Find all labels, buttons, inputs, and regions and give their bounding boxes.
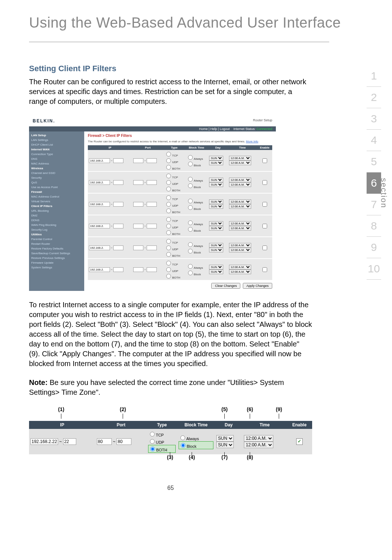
port-from-input[interactable] [133,224,143,228]
time-end-select[interactable]: 12:00 A.M. [229,182,251,187]
day-start-select[interactable]: SUN [209,265,223,269]
type-udp-radio[interactable]: UDP [164,223,184,229]
day-start-select[interactable]: SUN [209,156,223,161]
block-block-radio[interactable]: Block [186,161,207,167]
block-block-radio[interactable]: Block [186,248,207,254]
ip-from-input[interactable] [30,438,58,445]
ip-to-input[interactable] [113,224,123,228]
time-start-select[interactable]: 12:00 A.M. [229,156,251,161]
enable-checkbox[interactable] [262,202,267,207]
block-block-radio[interactable]: Block [179,441,213,449]
type-udp-radio[interactable]: UDP [164,266,184,273]
ip-to-input[interactable] [113,158,123,163]
ip-to-input[interactable] [63,438,76,445]
block-always-radio[interactable]: Always [179,434,213,441]
type-udp-radio[interactable]: UDP [164,179,184,186]
day-start-select[interactable]: SUN [209,178,223,182]
port-to-input[interactable] [147,202,157,207]
nav-item[interactable]: DMZ [31,213,82,218]
section-num-9[interactable]: 9 [367,237,381,258]
type-udp-radio[interactable]: UDP [164,157,184,164]
day-end-select[interactable]: SUN [216,442,234,448]
port-from-input[interactable] [133,267,143,272]
time-start-select[interactable]: 12:00 A.M. [229,221,251,226]
time-end-select[interactable]: 12:00 A.M. [229,269,251,274]
section-num-8[interactable]: 8 [367,215,381,237]
ip-to-input[interactable] [113,202,123,207]
enable-checkbox[interactable] [262,158,267,163]
more-info-link[interactable]: More Info [246,140,258,143]
time-start-select[interactable]: 12:00 A.M. [229,265,251,269]
day-end-select[interactable]: SUN [209,269,223,274]
enable-checkbox[interactable] [262,245,267,250]
nav-item[interactable]: System Settings [31,265,82,270]
enable-checkbox[interactable]: ✓ [296,438,303,445]
block-block-radio[interactable]: Block [186,269,207,276]
nav-item[interactable]: Firmware Update [31,260,82,265]
nav-item[interactable]: Virtual Servers [31,199,82,204]
block-always-radio[interactable]: Always [186,154,207,161]
nav-item[interactable]: Use as Access Point [31,185,82,190]
ip-from-input[interactable] [89,224,110,228]
nav-item[interactable]: Restart Router [31,242,82,246]
type-both-radio[interactable]: BOTH [148,445,176,453]
port-to-input[interactable] [147,158,157,163]
nav-item[interactable]: Parental Control [31,237,82,242]
port-to-input[interactable] [147,267,157,272]
time-end-select[interactable]: 12:00 A.M. [229,226,251,231]
port-to-input[interactable] [147,180,157,185]
apply-changes-button[interactable]: Apply Changes [243,283,272,289]
type-both-radio[interactable]: BOTH [164,164,184,170]
nav-item[interactable]: Security [31,175,82,180]
time-start-select[interactable]: 12:00 A.M. [229,199,251,204]
block-always-radio[interactable]: Always [186,198,207,204]
nav-item[interactable]: Client IP Filters [31,204,82,208]
nav-item[interactable]: Restore Previous Settings [31,256,82,260]
block-block-radio[interactable]: Block [186,204,207,211]
day-end-select[interactable]: SUN [209,161,223,165]
type-udp-radio[interactable]: UDP [164,244,184,251]
nav-item[interactable]: Security Log [31,227,82,232]
enable-checkbox[interactable] [262,267,267,272]
day-start-select[interactable]: SUN [209,221,223,226]
type-udp-radio[interactable]: UDP [148,438,176,445]
day-end-select[interactable]: SUN [209,182,223,187]
nav-item[interactable]: DHCP Client List [31,142,82,147]
type-tcp-radio[interactable]: TCP [164,260,184,266]
nav-item[interactable]: MAC Address Control [31,194,82,199]
section-num-1[interactable]: 1 [367,65,381,87]
nav-item[interactable]: DDNS [31,218,82,223]
type-tcp-radio[interactable]: TCP [164,151,184,157]
time-end-select[interactable]: 12:00 A.M. [229,161,251,165]
time-start-select[interactable]: 12:00 A.M. [229,178,251,182]
type-tcp-radio[interactable]: TCP [148,430,176,438]
type-tcp-radio[interactable]: TCP [164,216,184,223]
port-from-input[interactable] [133,158,143,163]
port-to-input[interactable] [117,438,131,445]
port-from-input[interactable] [133,245,143,250]
enable-checkbox[interactable] [262,224,267,228]
nav-item[interactable]: Connection Type [31,152,82,157]
type-tcp-radio[interactable]: TCP [164,238,184,244]
nav-item[interactable]: MAC Address [31,161,82,166]
type-both-radio[interactable]: BOTH [164,273,184,279]
section-num-4[interactable]: 4 [367,130,381,151]
day-end-select[interactable]: SUN [209,226,223,231]
day-end-select[interactable]: SUN [209,248,223,252]
day-start-select[interactable]: SUN [209,243,223,248]
type-both-radio[interactable]: BOTH [164,229,184,236]
router-toplinks[interactable]: Home | Help | Logout [199,127,230,131]
ip-to-input[interactable] [113,245,123,250]
block-always-radio[interactable]: Always [186,219,207,226]
nav-item[interactable]: URL Blocking [31,208,82,213]
nav-item[interactable]: LAN Settings [31,138,82,142]
block-always-radio[interactable]: Always [186,176,207,182]
day-start-select[interactable]: SUN [209,199,223,204]
time-start-select[interactable]: 12:00 A.M. [244,435,273,442]
type-tcp-radio[interactable]: TCP [164,173,184,179]
block-block-radio[interactable]: Block [186,182,207,189]
ip-to-input[interactable] [113,180,123,185]
ip-from-input[interactable] [89,245,110,250]
day-end-select[interactable]: SUN [209,204,223,209]
ip-from-input[interactable] [89,267,110,272]
